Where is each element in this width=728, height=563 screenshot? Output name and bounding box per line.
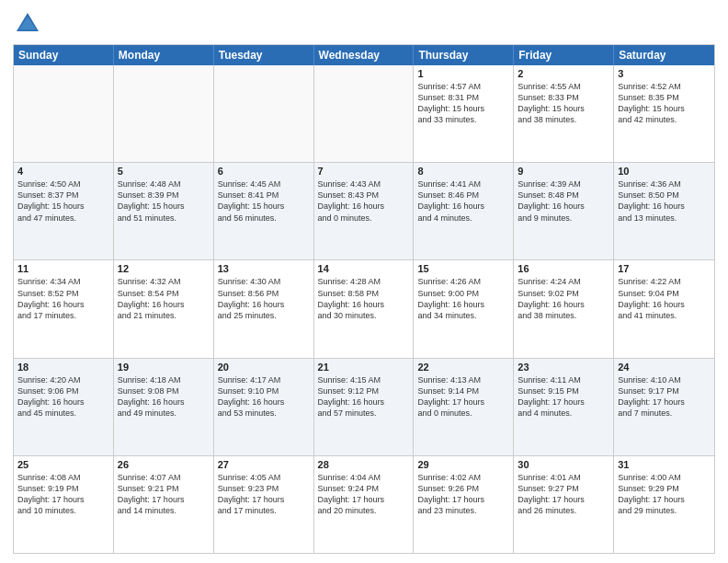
day-number: 28	[318, 459, 410, 470]
day-number: 5	[118, 166, 210, 177]
day-info: Sunrise: 4:39 AM Sunset: 8:48 PM Dayligh…	[518, 178, 609, 224]
day-cell-26: 26Sunrise: 4:07 AM Sunset: 9:21 PM Dayli…	[114, 456, 214, 553]
day-info: Sunrise: 4:50 AM Sunset: 8:37 PM Dayligh…	[17, 178, 109, 224]
day-number: 14	[318, 263, 410, 274]
day-number: 2	[518, 68, 609, 79]
day-number: 13	[218, 263, 310, 274]
calendar-week-2: 4Sunrise: 4:50 AM Sunset: 8:37 PM Daylig…	[14, 163, 714, 260]
day-cell-24: 24Sunrise: 4:10 AM Sunset: 9:17 PM Dayli…	[614, 359, 714, 455]
day-number: 12	[118, 263, 210, 274]
weekday-header-wednesday: Wednesday	[314, 45, 415, 65]
day-number: 10	[618, 166, 711, 177]
day-cell-8: 8Sunrise: 4:41 AM Sunset: 8:46 PM Daylig…	[414, 163, 514, 259]
day-info: Sunrise: 4:01 AM Sunset: 9:27 PM Dayligh…	[518, 472, 609, 517]
empty-cell	[114, 65, 214, 162]
day-number: 9	[518, 166, 609, 177]
day-number: 7	[318, 166, 410, 177]
day-info: Sunrise: 4:43 AM Sunset: 8:43 PM Dayligh…	[318, 178, 410, 224]
calendar-body: 1Sunrise: 4:57 AM Sunset: 8:31 PM Daylig…	[14, 65, 714, 553]
day-cell-25: 25Sunrise: 4:08 AM Sunset: 9:19 PM Dayli…	[14, 456, 114, 553]
day-info: Sunrise: 4:18 AM Sunset: 9:08 PM Dayligh…	[118, 374, 210, 419]
page: SundayMondayTuesdayWednesdayThursdayFrid…	[0, 0, 728, 563]
day-number: 21	[318, 362, 410, 373]
day-info: Sunrise: 4:10 AM Sunset: 9:17 PM Dayligh…	[618, 374, 711, 419]
calendar-week-1: 1Sunrise: 4:57 AM Sunset: 8:31 PM Daylig…	[14, 65, 714, 163]
weekday-header-monday: Monday	[114, 45, 214, 65]
day-info: Sunrise: 4:28 AM Sunset: 8:58 PM Dayligh…	[318, 276, 410, 321]
day-cell-13: 13Sunrise: 4:30 AM Sunset: 8:56 PM Dayli…	[214, 260, 314, 357]
day-number: 24	[618, 362, 711, 373]
day-info: Sunrise: 4:57 AM Sunset: 8:31 PM Dayligh…	[417, 81, 509, 126]
day-cell-19: 19Sunrise: 4:18 AM Sunset: 9:08 PM Dayli…	[114, 359, 214, 455]
empty-cell	[214, 65, 314, 162]
empty-cell	[14, 65, 114, 162]
day-cell-10: 10Sunrise: 4:36 AM Sunset: 8:50 PM Dayli…	[614, 163, 714, 259]
day-number: 18	[17, 362, 109, 373]
day-info: Sunrise: 4:32 AM Sunset: 8:54 PM Dayligh…	[118, 276, 210, 321]
day-cell-3: 3Sunrise: 4:52 AM Sunset: 8:35 PM Daylig…	[614, 65, 714, 162]
day-cell-23: 23Sunrise: 4:11 AM Sunset: 9:15 PM Dayli…	[514, 359, 614, 455]
day-info: Sunrise: 4:02 AM Sunset: 9:26 PM Dayligh…	[417, 472, 509, 517]
day-number: 8	[417, 166, 509, 177]
day-cell-18: 18Sunrise: 4:20 AM Sunset: 9:06 PM Dayli…	[14, 359, 114, 455]
day-cell-4: 4Sunrise: 4:50 AM Sunset: 8:37 PM Daylig…	[14, 163, 114, 259]
day-cell-14: 14Sunrise: 4:28 AM Sunset: 8:58 PM Dayli…	[314, 260, 415, 357]
day-number: 29	[417, 459, 509, 470]
logo-icon	[13, 9, 42, 39]
day-number: 30	[518, 459, 609, 470]
day-number: 1	[417, 68, 509, 79]
day-info: Sunrise: 4:22 AM Sunset: 9:04 PM Dayligh…	[618, 276, 711, 321]
day-info: Sunrise: 4:05 AM Sunset: 9:23 PM Dayligh…	[218, 472, 310, 517]
day-info: Sunrise: 4:13 AM Sunset: 9:14 PM Dayligh…	[417, 374, 509, 419]
day-cell-9: 9Sunrise: 4:39 AM Sunset: 8:48 PM Daylig…	[514, 163, 614, 259]
day-info: Sunrise: 4:34 AM Sunset: 8:52 PM Dayligh…	[17, 276, 109, 321]
day-cell-2: 2Sunrise: 4:55 AM Sunset: 8:33 PM Daylig…	[514, 65, 614, 162]
day-info: Sunrise: 4:45 AM Sunset: 8:41 PM Dayligh…	[218, 178, 310, 224]
day-cell-11: 11Sunrise: 4:34 AM Sunset: 8:52 PM Dayli…	[14, 260, 114, 357]
day-number: 15	[417, 263, 509, 274]
day-number: 22	[417, 362, 509, 373]
empty-cell	[314, 65, 415, 162]
weekday-header-saturday: Saturday	[614, 45, 714, 65]
day-info: Sunrise: 4:30 AM Sunset: 8:56 PM Dayligh…	[218, 276, 310, 321]
day-number: 19	[118, 362, 210, 373]
day-info: Sunrise: 4:17 AM Sunset: 9:10 PM Dayligh…	[218, 374, 310, 419]
weekday-header-sunday: Sunday	[14, 45, 114, 65]
day-number: 3	[618, 68, 711, 79]
day-cell-21: 21Sunrise: 4:15 AM Sunset: 9:12 PM Dayli…	[314, 359, 415, 455]
day-number: 31	[618, 459, 711, 470]
day-cell-27: 27Sunrise: 4:05 AM Sunset: 9:23 PM Dayli…	[214, 456, 314, 553]
day-cell-16: 16Sunrise: 4:24 AM Sunset: 9:02 PM Dayli…	[514, 260, 614, 357]
calendar: SundayMondayTuesdayWednesdayThursdayFrid…	[13, 44, 715, 554]
calendar-week-4: 18Sunrise: 4:20 AM Sunset: 9:06 PM Dayli…	[14, 359, 714, 456]
day-number: 16	[518, 263, 609, 274]
day-cell-20: 20Sunrise: 4:17 AM Sunset: 9:10 PM Dayli…	[214, 359, 314, 455]
day-info: Sunrise: 4:48 AM Sunset: 8:39 PM Dayligh…	[118, 178, 210, 224]
day-info: Sunrise: 4:00 AM Sunset: 9:29 PM Dayligh…	[618, 472, 711, 517]
day-cell-1: 1Sunrise: 4:57 AM Sunset: 8:31 PM Daylig…	[414, 65, 514, 162]
calendar-week-3: 11Sunrise: 4:34 AM Sunset: 8:52 PM Dayli…	[14, 260, 714, 358]
day-cell-5: 5Sunrise: 4:48 AM Sunset: 8:39 PM Daylig…	[114, 163, 214, 259]
day-cell-31: 31Sunrise: 4:00 AM Sunset: 9:29 PM Dayli…	[614, 456, 714, 553]
day-info: Sunrise: 4:41 AM Sunset: 8:46 PM Dayligh…	[417, 178, 509, 224]
day-number: 27	[218, 459, 310, 470]
day-number: 25	[17, 459, 109, 470]
day-info: Sunrise: 4:55 AM Sunset: 8:33 PM Dayligh…	[518, 81, 609, 126]
day-number: 26	[118, 459, 210, 470]
day-info: Sunrise: 4:11 AM Sunset: 9:15 PM Dayligh…	[518, 374, 609, 419]
day-info: Sunrise: 4:07 AM Sunset: 9:21 PM Dayligh…	[118, 472, 210, 517]
day-number: 6	[218, 166, 310, 177]
logo	[13, 9, 46, 39]
day-cell-29: 29Sunrise: 4:02 AM Sunset: 9:26 PM Dayli…	[414, 456, 514, 553]
day-info: Sunrise: 4:08 AM Sunset: 9:19 PM Dayligh…	[17, 472, 109, 517]
weekday-header-thursday: Thursday	[414, 45, 514, 65]
day-number: 23	[518, 362, 609, 373]
day-cell-22: 22Sunrise: 4:13 AM Sunset: 9:14 PM Dayli…	[414, 359, 514, 455]
day-cell-6: 6Sunrise: 4:45 AM Sunset: 8:41 PM Daylig…	[214, 163, 314, 259]
day-cell-12: 12Sunrise: 4:32 AM Sunset: 8:54 PM Dayli…	[114, 260, 214, 357]
day-number: 17	[618, 263, 711, 274]
day-info: Sunrise: 4:15 AM Sunset: 9:12 PM Dayligh…	[318, 374, 410, 419]
day-cell-30: 30Sunrise: 4:01 AM Sunset: 9:27 PM Dayli…	[514, 456, 614, 553]
day-cell-28: 28Sunrise: 4:04 AM Sunset: 9:24 PM Dayli…	[314, 456, 415, 553]
day-info: Sunrise: 4:20 AM Sunset: 9:06 PM Dayligh…	[17, 374, 109, 419]
